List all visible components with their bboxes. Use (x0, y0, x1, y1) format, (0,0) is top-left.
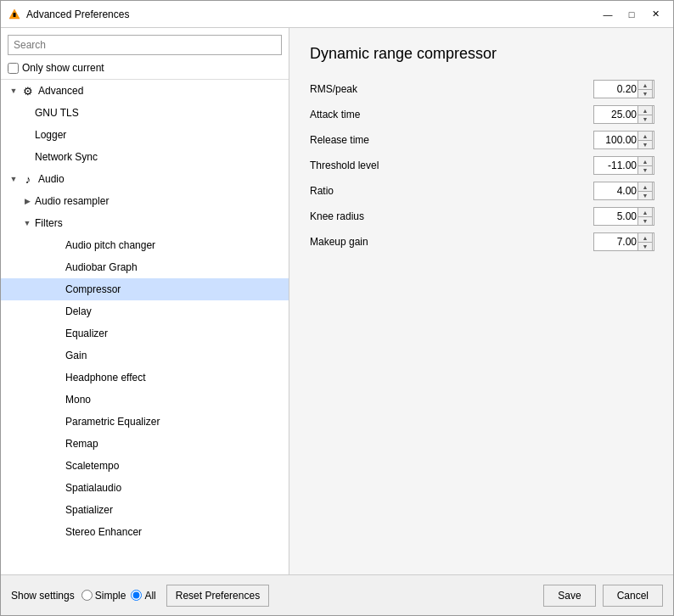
spin-up-5[interactable]: ▲ (637, 207, 653, 216)
tree-label-headphone_effect: Headphone effect (65, 372, 146, 384)
tree-label-advanced: Advanced (38, 85, 83, 97)
params-container: RMS/peak▲▼Attack time▲▼Release time▲▼Thr… (310, 80, 653, 258)
window-title: Advanced Preferences (26, 8, 597, 20)
spin-up-3[interactable]: ▲ (637, 156, 653, 165)
spin-btns-2: ▲▼ (637, 131, 653, 149)
param-input-wrap-4: ▲▼ (593, 182, 653, 200)
spin-btns-6: ▲▼ (637, 232, 653, 251)
tree-label-remap: Remap (65, 438, 98, 450)
expand-icon-spatializer (52, 504, 64, 516)
tree-label-equalizer: Equalizer (65, 328, 108, 339)
tree-item-advanced[interactable]: ▼⚙Advanced (1, 80, 289, 102)
tree-item-spatializer[interactable]: Spatializer (1, 499, 289, 521)
only-show-current-row: Only show current (1, 62, 289, 79)
cancel-button[interactable]: Cancel (603, 585, 663, 607)
param-label-6: Makeup gain (310, 236, 593, 248)
tree-item-stereo_enhancer[interactable]: Stereo Enhancer (1, 521, 289, 543)
tree-item-headphone_effect[interactable]: Headphone effect (1, 367, 289, 389)
tree-label-scaletempo: Scaletempo (65, 460, 119, 472)
search-box (8, 35, 282, 55)
tree-label-delay: Delay (65, 305, 92, 317)
spin-down-1[interactable]: ▼ (637, 115, 653, 124)
expand-icon-mono (52, 394, 64, 406)
save-button[interactable]: Save (543, 585, 595, 607)
tree-item-parametric_equalizer[interactable]: Parametric Equalizer (1, 411, 289, 433)
tree-item-spatialaudio[interactable]: Spatialaudio (1, 477, 289, 499)
spin-up-1[interactable]: ▲ (637, 105, 653, 115)
spin-up-2[interactable]: ▲ (637, 131, 653, 140)
tree-item-gnu_tls[interactable]: GNU TLS (1, 102, 289, 124)
param-input-wrap-0: ▲▼ (593, 80, 653, 98)
spin-btns-4: ▲▼ (637, 182, 653, 200)
param-row-2: Release time▲▼ (310, 131, 653, 149)
tree-item-audiobar_graph[interactable]: Audiobar Graph (1, 256, 289, 278)
radio-simple-label[interactable]: Simple (81, 590, 126, 602)
only-show-current-checkbox[interactable] (8, 63, 19, 74)
radio-all-label[interactable]: All (131, 590, 155, 602)
spin-down-0[interactable]: ▼ (637, 89, 653, 98)
tree-item-filters[interactable]: ▼Filters (1, 212, 289, 234)
param-input-wrap-2: ▲▼ (593, 131, 653, 149)
tree-item-audio_resampler[interactable]: ▶Audio resampler (1, 190, 289, 212)
spin-down-5[interactable]: ▼ (637, 216, 653, 226)
tree-item-remap[interactable]: Remap (1, 433, 289, 455)
close-button[interactable]: ✕ (644, 6, 666, 23)
svg-rect-2 (14, 13, 16, 14)
spin-up-0[interactable]: ▲ (637, 80, 653, 89)
tree-label-spatializer: Spatializer (65, 504, 113, 516)
radio-group: Simple All (81, 590, 156, 602)
expand-icon-headphone_effect (52, 372, 64, 384)
expand-icon-spatialaudio (52, 482, 64, 494)
tree-label-spatialaudio: Spatialaudio (65, 482, 121, 494)
tree-item-audio[interactable]: ▼♪Audio (1, 168, 289, 190)
tree-label-audio_resampler: Audio resampler (35, 195, 109, 207)
radio-all-input[interactable] (131, 590, 142, 601)
param-row-1: Attack time▲▼ (310, 105, 653, 124)
window: Advanced Preferences — □ ✕ Only show cur… (0, 0, 674, 616)
param-input-wrap-3: ▲▼ (593, 156, 653, 175)
param-label-2: Release time (310, 134, 593, 146)
expand-icon-filters: ▼ (21, 217, 33, 229)
tree-item-delay[interactable]: Delay (1, 300, 289, 322)
reset-preferences-button[interactable]: Reset Preferences (166, 585, 269, 607)
tree-item-logger[interactable]: Logger (1, 124, 289, 146)
tree-label-network_sync: Network Sync (35, 151, 98, 163)
tree-container[interactable]: ▼⚙AdvancedGNU TLSLoggerNetwork Sync▼♪Aud… (1, 79, 289, 574)
tree-item-mono[interactable]: Mono (1, 389, 289, 411)
window-controls: — □ ✕ (597, 6, 666, 23)
maximize-button[interactable]: □ (621, 6, 643, 23)
minimize-button[interactable]: — (597, 6, 619, 23)
param-label-4: Ratio (310, 185, 593, 197)
tree-item-network_sync[interactable]: Network Sync (1, 146, 289, 168)
param-label-3: Threshold level (310, 160, 593, 171)
spin-btns-1: ▲▼ (637, 105, 653, 124)
tree-item-equalizer[interactable]: Equalizer (1, 322, 289, 344)
param-input-wrap-6: ▲▼ (593, 232, 653, 251)
tree-item-compressor[interactable]: Compressor (1, 278, 289, 300)
tree-label-parametric_equalizer: Parametric Equalizer (65, 416, 160, 428)
radio-simple-input[interactable] (81, 590, 93, 601)
param-label-5: Knee radius (310, 210, 593, 222)
tree-label-compressor: Compressor (65, 283, 121, 295)
panel-title: Dynamic range compressor (310, 45, 653, 63)
tree-label-logger: Logger (35, 129, 66, 141)
tree-label-audio: Audio (38, 173, 65, 185)
spin-down-4[interactable]: ▼ (637, 191, 653, 200)
spin-down-6[interactable]: ▼ (637, 242, 653, 251)
spin-up-4[interactable]: ▲ (637, 182, 653, 191)
tree-item-audio_pitch_changer[interactable]: Audio pitch changer (1, 234, 289, 256)
expand-icon-parametric_equalizer (52, 416, 64, 428)
tree-item-scaletempo[interactable]: Scaletempo (1, 455, 289, 477)
tree-item-gain[interactable]: Gain (1, 344, 289, 367)
section-icon-advanced: ⚙ (21, 84, 35, 98)
param-input-wrap-1: ▲▼ (593, 105, 653, 124)
only-show-current-label: Only show current (22, 62, 104, 74)
expand-icon-audio: ▼ (8, 173, 20, 185)
tree-label-stereo_enhancer: Stereo Enhancer (65, 526, 142, 538)
spin-down-2[interactable]: ▼ (637, 140, 653, 149)
expand-icon-delay (52, 305, 64, 317)
spin-up-6[interactable]: ▲ (637, 232, 653, 242)
search-input[interactable] (8, 35, 282, 55)
param-row-5: Knee radius▲▼ (310, 207, 653, 226)
spin-down-3[interactable]: ▼ (637, 165, 653, 175)
